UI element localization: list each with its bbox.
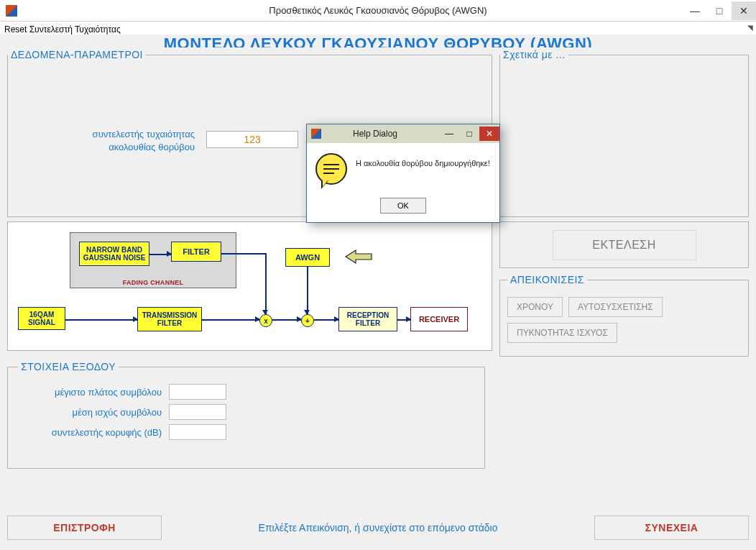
next-button[interactable]: ΣΥΝΕΧΕΙΑ <box>594 515 749 540</box>
narrowband-noise-block: NARROW BAND GAUSSIAN NOISE <box>79 242 149 266</box>
about-group: Σχετικά με ... <box>499 49 749 217</box>
maximize-button[interactable]: □ <box>707 1 732 20</box>
dialog-maximize-button[interactable]: □ <box>459 127 479 141</box>
app-icon <box>6 5 17 17</box>
max-amplitude-value <box>169 384 226 400</box>
receiver-block: RECEIVER <box>410 307 468 331</box>
seed-input[interactable] <box>206 131 298 148</box>
rx-filter-block: RECEPTION FILTER <box>338 307 397 331</box>
qam-signal-block: 16QAM SIGNAL <box>18 307 65 330</box>
minimize-button[interactable]: — <box>683 1 707 20</box>
window-title: Προσθετικός Λευκός Γκαουσιανός Θόρυβος (… <box>0 5 756 16</box>
crest-value <box>169 424 226 440</box>
mean-power-value <box>169 404 226 420</box>
pointer-arrow-icon <box>344 248 373 265</box>
time-plot-button[interactable]: ΧΡΟΝΟΥ <box>507 297 563 317</box>
footer-bar: ΕΠΙΣΤΡΟΦΗ Επιλέξτε Απεικόνιση, ή συνεχίσ… <box>7 515 749 540</box>
mean-power-label: μέση ισχύς συμβόλου <box>18 407 162 418</box>
dialog-titlebar[interactable]: Help Dialog — □ ✕ <box>307 124 499 143</box>
toolbar-overflow-icon[interactable]: ◥ <box>747 24 753 32</box>
help-bubble-icon <box>315 153 347 185</box>
dialog-ok-button[interactable]: OK <box>380 198 426 214</box>
psd-button[interactable]: ΠΥΚΝΟΤΗΤΑΣ ΙΣΧΥΟΣ <box>507 323 617 343</box>
crest-label: συντελεστής κορυφής (dB) <box>18 427 162 438</box>
seed-label: συντελεστής τυχαιότητας ακολουθίας θορύβ… <box>58 128 195 153</box>
signal-diagram: NARROW BAND GAUSSIAN NOISE FILTER FADING… <box>7 221 492 351</box>
output-group: ΣΤΟΙΧΕΙΑ ΕΞΟΔΟΥ μέγιστο πλάτος συμβόλου … <box>7 361 485 469</box>
max-amplitude-label: μέγιστο πλάτος συμβόλου <box>18 387 162 398</box>
multiply-node: x <box>259 314 272 327</box>
tx-filter-block: TRANSMISSION FILTER <box>137 307 202 331</box>
back-button[interactable]: ΕΠΙΣΤΡΟΦΗ <box>7 515 162 540</box>
awgn-block: AWGN <box>285 248 330 267</box>
autocorrelation-button[interactable]: ΑΥΤΟΣΥΣΧΕΤΙΣΗΣ <box>568 297 663 317</box>
dialog-message: Η ακολουθία θορύβου δημιουργήθηκε! <box>356 159 490 168</box>
output-legend: ΣΤΟΙΧΕΙΑ ΕΞΟΔΟΥ <box>18 361 119 372</box>
page-title-clipped: ΜΟΝΤΕΛΟ ΛΕΥΚΟΥ ΓΚΑΟΥΣΙΑΝΟΥ ΘΟΡΥΒΟΥ (AWGN… <box>7 35 749 47</box>
svg-marker-0 <box>346 250 372 263</box>
window-titlebar: Προσθετικός Λευκός Γκαουσιανός Θόρυβος (… <box>0 0 756 22</box>
help-dialog: Help Dialog — □ ✕ Η ακολουθία θορύβου δη… <box>306 124 500 223</box>
about-legend: Σχετικά με ... <box>500 49 568 60</box>
window-controls: — □ ✕ <box>683 1 756 20</box>
execute-card: ΕΚΤΕΛΕΣΗ <box>499 221 749 268</box>
fading-channel-group: NARROW BAND GAUSSIAN NOISE FILTER FADING… <box>70 232 236 288</box>
close-button[interactable]: ✕ <box>732 1 756 20</box>
depictions-legend: ΑΠΕΙΚΟΝΙΣΕΙΣ <box>507 274 587 285</box>
fading-channel-label: FADING CHANNEL <box>70 279 236 286</box>
reset-seed-menu[interactable]: Reset Συντελεστή Τυχαιότητας <box>4 24 121 35</box>
footer-hint: Επιλέξτε Απεικόνιση, ή συνεχίστε στο επό… <box>162 522 594 533</box>
filter-block: FILTER <box>171 242 221 262</box>
dialog-minimize-button[interactable]: — <box>439 127 459 141</box>
dialog-title: Help Dialog <box>311 129 439 139</box>
depictions-group: ΑΠΕΙΚΟΝΙΣΕΙΣ ΧΡΟΝΟΥ ΑΥΤΟΣΥΣΧΕΤΙΣΗΣ ΠΥΚΝΟ… <box>499 274 749 357</box>
execute-button[interactable]: ΕΚΤΕΛΕΣΗ <box>553 230 696 260</box>
sum-node: + <box>301 314 314 327</box>
data-params-legend: ΔΕΔΟΜΕΝΑ-ΠΑΡΑΜΕΤΡΟΙ <box>8 49 146 60</box>
dialog-close-button[interactable]: ✕ <box>479 127 499 141</box>
